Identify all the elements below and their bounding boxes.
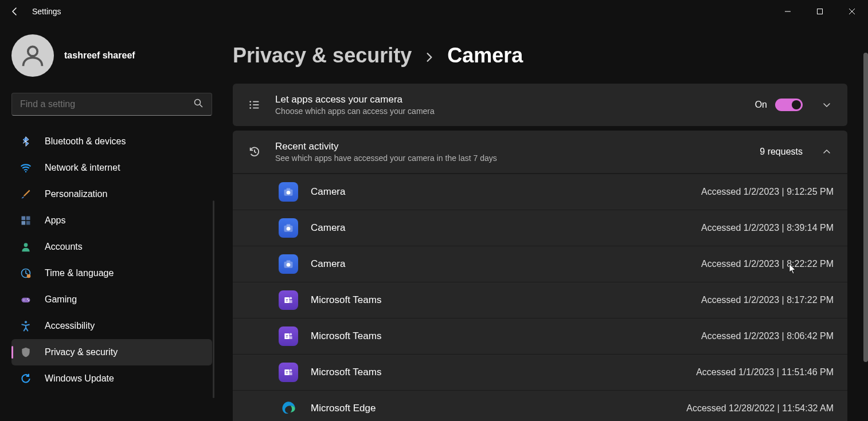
person-icon [20, 43, 45, 68]
sidebar-item-bluetooth-devices[interactable]: Bluetooth & devices [11, 128, 212, 155]
sidebar-item-label: Accessibility [45, 321, 95, 331]
camera-app-icon [279, 218, 298, 238]
breadcrumb: Privacy & security Camera [233, 44, 847, 68]
minimize-icon [784, 8, 791, 15]
svg-rect-7 [26, 221, 30, 225]
expand-button[interactable] [820, 98, 834, 112]
svg-text:T: T [286, 335, 288, 339]
clock-globe-icon [19, 267, 32, 280]
bluetooth-icon [19, 135, 32, 148]
svg-point-30 [290, 297, 292, 300]
sidebar-item-personalization[interactable]: Personalization [11, 181, 212, 207]
arrow-left-icon [10, 7, 19, 16]
camera-app-icon [279, 182, 298, 202]
activity-timestamp: Accessed 1/2/2023 | 8:17:22 PM [701, 295, 834, 305]
activity-timestamp: Accessed 1/2/2023 | 9:12:25 PM [701, 187, 834, 197]
main-scrollbar[interactable] [863, 53, 868, 362]
titlebar: Settings [0, 0, 868, 23]
sidebar-item-label: Privacy & security [45, 347, 118, 357]
collapse-button[interactable] [820, 145, 834, 159]
sidebar-item-label: Accounts [45, 242, 83, 252]
history-icon [247, 144, 263, 160]
activity-row[interactable]: TMicrosoft TeamsAccessed 1/1/2023 | 11:5… [233, 354, 847, 390]
chevron-right-icon [424, 50, 435, 66]
svg-point-16 [249, 101, 251, 103]
user-profile[interactable]: tashreef shareef [11, 34, 212, 77]
toggle-state-label: On [755, 100, 767, 110]
svg-point-15 [25, 321, 27, 323]
svg-point-36 [290, 369, 292, 372]
user-name: tashreef shareef [64, 50, 135, 61]
person-icon [19, 241, 32, 253]
activity-app-name: Camera [311, 186, 689, 198]
sidebar-item-label: Bluetooth & devices [45, 136, 126, 147]
activity-row[interactable]: TMicrosoft TeamsAccessed 1/2/2023 | 8:17… [233, 282, 847, 318]
avatar [11, 34, 54, 77]
camera-app-icon [279, 254, 298, 274]
close-icon [849, 8, 855, 15]
activity-row[interactable]: TMicrosoft TeamsAccessed 1/2/2023 | 8:06… [233, 318, 847, 354]
svg-point-10 [27, 274, 31, 278]
sidebar-item-time-language[interactable]: Time & language [11, 260, 212, 286]
search-input[interactable] [20, 99, 193, 109]
activity-row[interactable]: CameraAccessed 1/2/2023 | 8:22:22 PM [233, 246, 847, 282]
activity-timestamp: Accessed 12/28/2022 | 11:54:32 AM [686, 403, 834, 414]
sidebar-item-apps[interactable]: Apps [11, 207, 212, 234]
svg-rect-4 [22, 217, 26, 221]
sidebar-item-label: Windows Update [45, 373, 114, 384]
svg-point-12 [24, 300, 25, 301]
breadcrumb-parent[interactable]: Privacy & security [233, 44, 412, 68]
sidebar-item-label: Time & language [45, 268, 114, 278]
app-title: Settings [32, 7, 61, 16]
sidebar-item-network-internet[interactable]: Network & internet [11, 155, 212, 181]
sidebar-item-label: Personalization [45, 189, 107, 199]
main-content: Privacy & security Camera Let apps acces… [224, 23, 868, 421]
svg-point-23 [287, 227, 291, 231]
svg-point-2 [195, 100, 201, 105]
update-icon [19, 372, 32, 385]
sidebar-item-label: Apps [45, 215, 65, 226]
sidebar-item-gaming[interactable]: Gaming [11, 286, 212, 313]
svg-rect-21 [287, 188, 291, 190]
svg-point-20 [287, 191, 291, 195]
sidebar-item-windows-update[interactable]: Windows Update [11, 365, 212, 392]
maximize-button[interactable] [804, 0, 836, 23]
minimize-button[interactable] [772, 0, 804, 23]
recent-activity-header[interactable]: Recent activity See which apps have acce… [233, 131, 847, 174]
teams-app-icon: T [279, 290, 298, 310]
search-icon [193, 98, 204, 111]
activity-row[interactable]: Microsoft EdgeAccessed 12/28/2022 | 11:5… [233, 390, 847, 421]
sidebar-scrollbar[interactable] [213, 200, 214, 398]
chevron-up-icon [822, 147, 831, 156]
recent-activity-panel: Recent activity See which apps have acce… [233, 131, 847, 421]
sidebar: tashreef shareef Bluetooth & devicesNetw… [0, 23, 224, 421]
setting-subtitle: Choose which apps can access your camera [275, 107, 742, 116]
page-title: Camera [447, 44, 523, 68]
let-apps-access-camera-setting[interactable]: Let apps access your camera Choose which… [233, 84, 847, 126]
activity-app-name: Microsoft Teams [311, 367, 683, 378]
request-count: 9 requests [760, 147, 803, 157]
activity-app-name: Microsoft Teams [311, 330, 689, 342]
chevron-down-icon [822, 100, 831, 109]
sidebar-item-accessibility[interactable]: Accessibility [11, 313, 212, 339]
accessibility-icon [19, 320, 32, 332]
teams-app-icon: T [279, 363, 298, 382]
activity-app-name: Microsoft Edge [311, 403, 674, 414]
svg-point-33 [290, 333, 292, 336]
sidebar-item-privacy-security[interactable]: Privacy & security [11, 339, 212, 365]
svg-point-13 [28, 298, 29, 300]
recent-activity-subtitle: See which apps have accessed your camera… [275, 154, 747, 163]
activity-timestamp: Accessed 1/2/2023 | 8:06:42 PM [701, 331, 834, 341]
close-button[interactable] [836, 0, 868, 23]
activity-timestamp: Accessed 1/1/2023 | 11:51:46 PM [696, 367, 834, 377]
svg-rect-24 [287, 224, 291, 226]
sidebar-item-accounts[interactable]: Accounts [11, 234, 212, 260]
gamepad-icon [19, 293, 32, 306]
search-box[interactable] [11, 93, 212, 116]
activity-row[interactable]: CameraAccessed 1/2/2023 | 9:12:25 PM [233, 174, 847, 210]
svg-rect-5 [26, 217, 30, 221]
camera-access-toggle[interactable] [775, 99, 803, 111]
activity-row[interactable]: CameraAccessed 1/2/2023 | 8:39:14 PM [233, 210, 847, 246]
teams-app-icon: T [279, 326, 298, 346]
back-button[interactable] [5, 1, 25, 22]
